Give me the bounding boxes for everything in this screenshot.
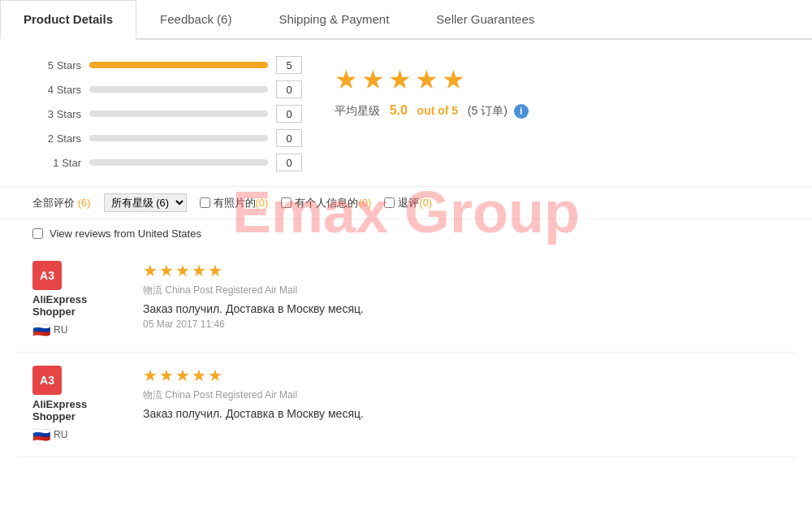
filter-bar: 全部评价 (6) 所有星级 (6) 有照片的(0) 有个人信息的(0) 退评(0… xyxy=(0,186,812,219)
country-flag: 🇷🇺 xyxy=(32,426,50,444)
bar-count: 0 xyxy=(276,154,302,171)
review-text: Заказ получил. Доставка в Москву месяц. xyxy=(143,302,780,315)
photo-filter-checkbox[interactable] xyxy=(200,197,210,208)
star-row: 4 Stars0 xyxy=(32,80,302,98)
bar-fill xyxy=(89,62,268,68)
bar-track xyxy=(89,159,268,166)
page-wrapper: Product Details Feedback (6) Shipping & … xyxy=(0,0,812,507)
reviewer-name: AliExpress Shopper xyxy=(32,398,130,422)
country-code: RU xyxy=(54,324,67,336)
bar-track xyxy=(89,62,268,68)
star-row-label: 1 Star xyxy=(32,157,81,169)
photo-filter-label[interactable]: 有照片的(0) xyxy=(200,196,269,210)
reviewer-name: AliExpress Shopper xyxy=(32,293,130,318)
country-flag: 🇷🇺 xyxy=(32,321,50,339)
shipping-info: 物流 China Post Registered Air Mail xyxy=(143,388,780,402)
review-list: A3AliExpress Shopper🇷🇺RU★★★★★物流 China Po… xyxy=(0,248,812,457)
star-bars: 5 Stars54 Stars03 Stars02 Stars01 Star0 xyxy=(32,56,302,178)
bar-track xyxy=(89,135,268,141)
return-filter-text: 退评(0) xyxy=(398,196,432,210)
star-row-label: 3 Stars xyxy=(32,108,81,120)
shipping-info: 物流 China Post Registered Air Mail xyxy=(143,284,780,297)
photo-filter-text: 有照片的(0) xyxy=(214,196,269,210)
tabs-bar: Product Details Feedback (6) Shipping & … xyxy=(0,0,812,40)
tab-feedback[interactable]: Feedback (6) xyxy=(136,0,255,38)
star-row: 3 Stars0 xyxy=(32,105,302,123)
all-reviews-label: 全部评价 (6) xyxy=(32,196,91,210)
review-content: ★★★★★物流 China Post Registered Air MailЗа… xyxy=(143,261,780,339)
us-reviews-label: View reviews from United States xyxy=(50,228,201,240)
tab-product-details[interactable]: Product Details xyxy=(0,0,136,40)
return-filter-label[interactable]: 退评(0) xyxy=(384,196,432,210)
bar-track xyxy=(89,86,268,93)
us-reviews-row: View reviews from United States xyxy=(0,219,812,248)
stars-display: ★★★★★ xyxy=(335,64,469,95)
return-filter-checkbox[interactable] xyxy=(384,197,395,208)
bar-count: 0 xyxy=(276,129,302,147)
tab-shipping-payment[interactable]: Shipping & Payment xyxy=(255,0,412,38)
rating-text: 平均星级 5.0 out of 5 (5 订单) i xyxy=(335,103,529,119)
review-content: ★★★★★物流 China Post Registered Air MailЗа… xyxy=(143,366,780,444)
summary-label: 平均星级 xyxy=(335,104,380,117)
rating-summary: ★★★★★ 平均星级 5.0 out of 5 (5 订单) i xyxy=(335,56,780,178)
avatar: A3 xyxy=(32,366,62,395)
star-row: 5 Stars5 xyxy=(32,56,302,74)
review-text: Заказ получил. Доставка в Москву месяц. xyxy=(143,407,780,420)
star-row: 1 Star0 xyxy=(32,154,302,171)
bar-track xyxy=(89,110,268,117)
bar-count: 0 xyxy=(276,105,302,123)
bar-count: 0 xyxy=(276,80,302,98)
tab-seller-guarantees[interactable]: Seller Guarantees xyxy=(412,0,558,38)
avatar: A3 xyxy=(32,261,62,290)
shipping-label: 物流 xyxy=(143,389,162,401)
ratings-section: 5 Stars54 Stars03 Stars02 Stars01 Star0 … xyxy=(0,40,812,186)
review-stars: ★★★★★ xyxy=(143,261,780,280)
reviewer-info: A3AliExpress Shopper🇷🇺RU xyxy=(32,366,130,444)
review-date: 05 Mar 2017 11:46 xyxy=(143,318,780,330)
review-item: A3AliExpress Shopper🇷🇺RU★★★★★物流 China Po… xyxy=(16,353,796,457)
star-row: 2 Stars0 xyxy=(32,129,302,147)
rating-score: 5.0 xyxy=(390,103,408,117)
shipping-label: 物流 xyxy=(143,284,162,296)
review-stars: ★★★★★ xyxy=(143,366,780,385)
rating-orders: (5 订单) xyxy=(468,104,508,117)
us-reviews-checkbox[interactable] xyxy=(32,228,43,239)
personal-filter-label[interactable]: 有个人信息的(0) xyxy=(281,196,371,210)
rating-out: out of 5 xyxy=(417,104,459,117)
bar-count: 5 xyxy=(276,56,302,74)
star-row-label: 4 Stars xyxy=(32,84,81,96)
star-row-label: 5 Stars xyxy=(32,59,81,72)
country-row: 🇷🇺RU xyxy=(32,321,67,339)
star-row-label: 2 Stars xyxy=(32,132,81,145)
personal-filter-checkbox[interactable] xyxy=(281,197,292,208)
star-filter-dropdown[interactable]: 所有星级 (6) xyxy=(104,193,187,212)
country-code: RU xyxy=(54,429,67,440)
review-item: A3AliExpress Shopper🇷🇺RU★★★★★物流 China Po… xyxy=(16,248,796,353)
personal-filter-text: 有个人信息的(0) xyxy=(295,196,371,210)
reviewer-info: A3AliExpress Shopper🇷🇺RU xyxy=(32,261,130,339)
all-reviews-count: (6) xyxy=(78,197,91,209)
country-row: 🇷🇺RU xyxy=(32,426,67,444)
info-icon[interactable]: i xyxy=(514,104,529,119)
